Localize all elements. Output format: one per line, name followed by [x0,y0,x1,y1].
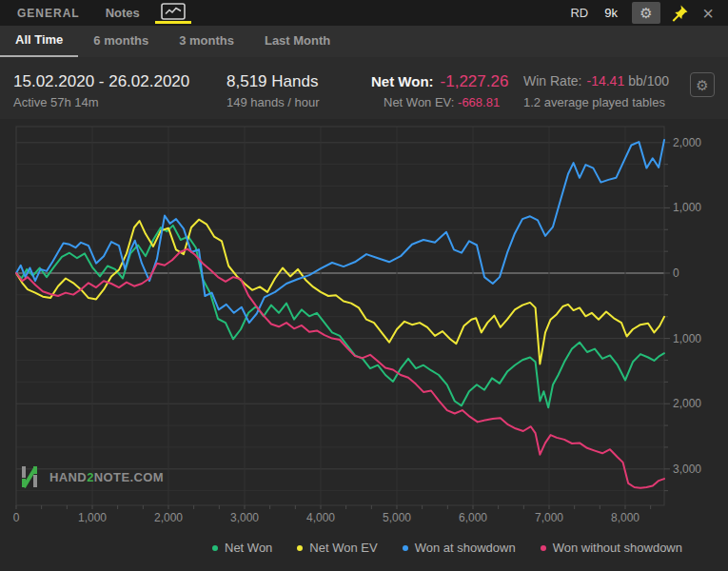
period-tab-3-months[interactable]: 3 months [164,26,249,57]
win-rate-block: Win Rate:-14.41bb/100 1.2 average played… [523,70,669,109]
net-won-value: -1,227.26 [441,72,509,90]
svg-text:3,000: 3,000 [230,511,259,524]
tab-notes[interactable]: Notes [106,6,140,20]
legend-item-won-at-showdown[interactable]: Won at showdown [403,541,516,555]
svg-text:2,000: 2,000 [154,511,183,524]
svg-text:6,000: 6,000 [459,511,487,524]
chart-legend: Net Won Net Won EV Won at showdown Won w… [0,541,728,555]
legend-item-net-won-ev[interactable]: Net Won EV [297,541,377,555]
hands-block: 8,519 Hands 149 hands / hour [226,70,320,109]
graph-settings-button[interactable]: ⚙ [690,72,715,97]
legend-dot-won-without-showdown [541,545,546,551]
net-won-block: Net Won:-1,227.26 Net Won EV: -668.81 [371,70,508,109]
legend-item-won-without-showdown[interactable]: Won without showdown [541,541,682,555]
legend-dot-won-at-showdown [403,545,408,551]
svg-text:5,000: 5,000 [383,511,411,524]
svg-text:1,000: 1,000 [673,201,701,214]
hands-total: 8,519 Hands [226,70,320,93]
svg-text:8,000: 8,000 [611,511,639,524]
close-button[interactable]: × [699,4,717,23]
svg-text:1,000: 1,000 [673,332,701,345]
hand2note-results-window: GENERAL Notes RD 9k ⚙ × All Time [0,0,728,571]
svg-text:3,000: 3,000 [673,463,701,476]
net-won-ev-value: -668.81 [458,95,500,109]
svg-text:1,000: 1,000 [78,511,107,524]
hands-count-badge: 9k [604,6,618,20]
summary-stats-bar: 15.02.2020 - 26.02.2020 Active 57h 14m 8… [0,57,728,119]
settings-button[interactable]: ⚙ [632,2,660,24]
win-rate-unit: bb/100 [628,73,669,89]
svg-text:0: 0 [673,266,679,280]
net-won-ev-label: Net Won EV: [384,95,454,109]
net-won-label: Net Won: [371,73,434,89]
svg-text:0: 0 [13,511,20,524]
avg-tables: 1.2 average played tables [523,95,669,109]
tab-general[interactable]: GENERAL [17,7,80,20]
title-bar-controls: RD 9k ⚙ × [570,2,728,24]
win-rate-value: -14.41 [586,73,624,89]
gear-outline-icon: ⚙ [696,78,708,92]
watermark-text: HAND2NOTE.COM [49,470,164,484]
tab-graph[interactable] [155,0,191,26]
win-rate-label: Win Rate: [523,73,581,89]
period-tab-all-time[interactable]: All Time [0,26,78,57]
svg-text:2,000: 2,000 [673,136,701,149]
close-icon: × [702,3,714,24]
svg-text:7,000: 7,000 [535,511,563,524]
window-title-bar: GENERAL Notes RD 9k ⚙ × [0,0,728,26]
active-tab-underline [155,21,191,24]
legend-dot-net-won-ev [297,545,303,551]
date-range: 15.02.2020 - 26.02.2020 [13,70,189,93]
pin-button[interactable] [669,3,690,24]
hand2note-logo-icon [19,463,42,490]
hands-per-hour: 149 hands / hour [226,95,320,109]
period-tabs: All Time 6 months 3 months Last Month [0,26,728,57]
svg-text:2,000: 2,000 [673,397,701,410]
active-time: Active 57h 14m [13,95,189,109]
gear-icon: ⚙ [639,6,652,20]
date-range-block: 15.02.2020 - 26.02.2020 Active 57h 14m [13,70,189,109]
legend-item-net-won[interactable]: Net Won [212,541,272,555]
svg-text:4,000: 4,000 [306,511,335,524]
chart-area: 2,0001,00001,0002,0003,00001,0002,0003,0… [0,119,728,571]
player-name-label: RD [570,6,588,20]
hand2note-watermark: HAND2NOTE.COM [19,463,164,490]
pushpin-icon [670,4,689,23]
period-tab-last-month[interactable]: Last Month [249,26,345,57]
period-tab-6-months[interactable]: 6 months [78,26,164,57]
legend-dot-net-won [212,545,218,551]
